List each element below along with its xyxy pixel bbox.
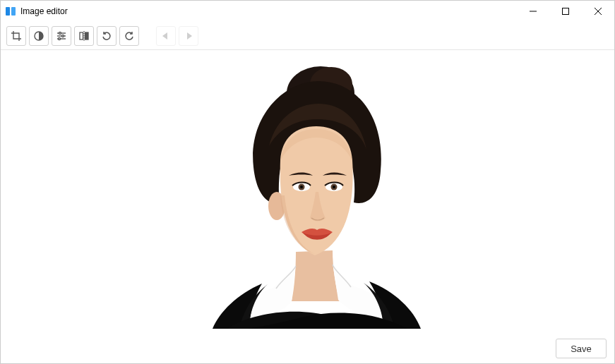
svg-rect-14 [85,32,89,40]
contrast-button[interactable] [29,26,49,46]
window-controls [517,1,614,22]
undo-button[interactable] [156,26,176,46]
toolbar [1,22,614,50]
svg-point-22 [300,186,303,188]
svg-point-8 [59,32,61,34]
close-button[interactable] [582,1,614,22]
svg-rect-3 [563,8,569,15]
svg-point-10 [62,35,64,37]
image-canvas[interactable] [170,54,445,329]
window-title: Image editor [20,6,68,16]
rotate-right-button[interactable] [119,26,139,46]
maximize-button[interactable] [549,1,582,22]
titlebar-left: Image editor [5,6,68,17]
svg-point-12 [59,37,61,40]
canvas-area [1,50,614,329]
save-button[interactable]: Save [556,339,607,358]
flip-button[interactable] [74,26,94,46]
svg-rect-0 [6,7,10,16]
svg-rect-13 [80,32,83,40]
save-button-label: Save [571,344,592,354]
app-icon [5,6,16,17]
adjust-button[interactable] [52,26,71,46]
rotate-left-button[interactable] [97,26,117,46]
titlebar: Image editor [1,1,614,22]
svg-point-25 [333,186,335,188]
footer: Save [556,339,607,358]
crop-button[interactable] [6,26,26,46]
portrait-image [170,54,445,329]
svg-rect-1 [11,7,16,16]
redo-button[interactable] [179,26,198,46]
minimize-button[interactable] [517,1,549,22]
